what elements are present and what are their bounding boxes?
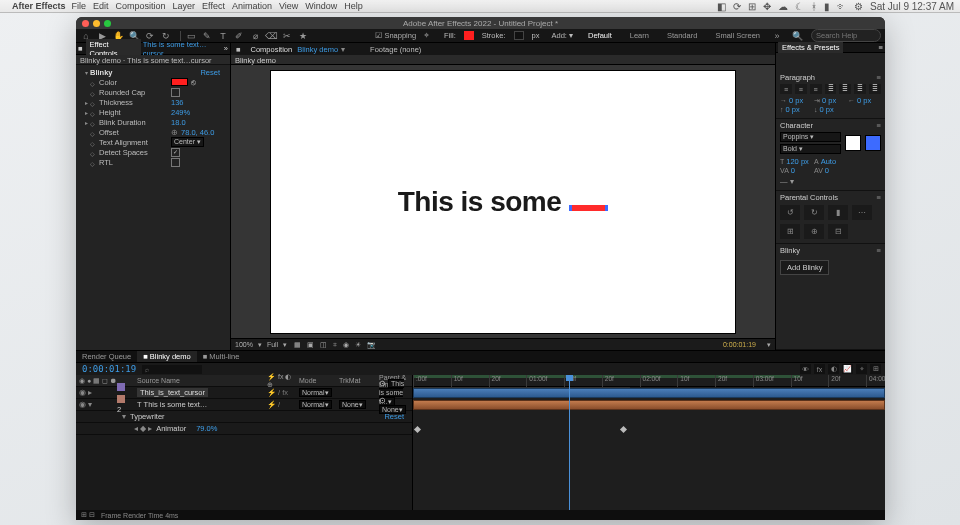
justify-center-icon[interactable]: ≣ <box>839 84 851 94</box>
panel-menu-icon[interactable]: ≡ <box>877 246 881 255</box>
justify-right-icon[interactable]: ≣ <box>854 84 866 94</box>
menu-effect[interactable]: Effect <box>202 1 225 11</box>
tl-btn-mb-icon[interactable]: ◐ <box>828 364 839 374</box>
snapshot-icon[interactable]: 📷 <box>367 341 376 348</box>
zoom-icon[interactable] <box>104 20 111 27</box>
prop-thickness-value[interactable]: 136 <box>171 98 228 107</box>
brush-tool-icon[interactable]: ✐ <box>233 30 245 42</box>
justify-left-icon[interactable]: ≣ <box>825 84 837 94</box>
pc-btn-1[interactable]: ↺ <box>780 205 800 220</box>
char-fill-swatch[interactable] <box>845 135 861 151</box>
menu-window[interactable]: Window <box>305 1 337 11</box>
indent-first-field[interactable]: ⇥0 px <box>814 96 845 105</box>
tl-btn-snap-icon[interactable]: ⌖ <box>856 364 867 374</box>
window-traffic-lights[interactable] <box>82 20 111 27</box>
panel-menu-icon[interactable]: ≡ <box>879 43 883 52</box>
char-stroke-swatch[interactable] <box>865 135 881 151</box>
col-source-name[interactable]: Source Name <box>134 377 264 384</box>
indent-right-field[interactable]: ←0 px <box>848 96 879 105</box>
disclosure-icon[interactable]: ▸ <box>82 119 90 126</box>
footage-tab[interactable]: Footage (none) <box>365 44 426 55</box>
zoom-dropdown-icon[interactable]: ▾ <box>258 341 262 349</box>
crosshair-icon[interactable]: ⊕ <box>171 128 178 137</box>
stopwatch-icon[interactable] <box>90 109 97 116</box>
snapping-checkbox[interactable]: Snapping <box>375 31 416 40</box>
effect-name[interactable]: Blinky <box>90 68 113 77</box>
timeline-track-area[interactable] <box>413 387 885 510</box>
col-trkmat[interactable]: TrkMat <box>336 377 376 384</box>
minimize-icon[interactable] <box>93 20 100 27</box>
stopwatch-icon[interactable] <box>90 89 97 96</box>
panel-menu-icon[interactable]: ≡ <box>877 121 881 130</box>
animator-prop-name[interactable]: Animator <box>156 424 186 433</box>
stopwatch-icon[interactable] <box>90 129 97 136</box>
prop-height-value[interactable]: 249% <box>171 108 228 117</box>
menu-file[interactable]: File <box>72 1 87 11</box>
layer-bar[interactable] <box>413 388 885 398</box>
layer-name[interactable]: This is some text… <box>144 400 208 409</box>
fx-disclosure-icon[interactable]: ▾ <box>82 69 90 76</box>
leading-field[interactable]: AAuto <box>814 157 845 166</box>
justify-all-icon[interactable]: ≣ <box>869 84 881 94</box>
composition-viewport[interactable]: This is some <box>231 65 775 338</box>
view-dropdown-icon[interactable]: ▾ <box>767 341 771 349</box>
effect-reset[interactable]: Reset <box>200 68 220 77</box>
layer-name[interactable]: This_is_text_cursor <box>137 388 208 397</box>
stopwatch-icon[interactable] <box>90 119 97 126</box>
search-icon[interactable]: 🔍 <box>791 30 803 42</box>
time-ruler[interactable]: :00f 10f 20f 01:00f 10f 20f 02:00f 10f 2… <box>413 375 885 387</box>
add-dropdown[interactable]: Add: ▾ <box>547 30 577 41</box>
comp-dropdown-icon[interactable]: ▾ <box>341 45 345 54</box>
pc-btn-2[interactable]: ↻ <box>804 205 824 220</box>
char-more-icon[interactable]: — ▾ <box>780 177 881 186</box>
font-family-select[interactable]: Poppins ▾ <box>780 132 841 142</box>
effect-controls-tab-icon[interactable]: ■ <box>78 44 83 53</box>
fill-swatch[interactable] <box>464 31 474 40</box>
menu-edit[interactable]: Edit <box>93 1 109 11</box>
layer-color-chip[interactable] <box>117 383 125 391</box>
tl-btn-shy-icon[interactable]: 👁 <box>800 364 811 374</box>
pc-btn-5[interactable]: ⊞ <box>780 224 800 239</box>
pc-btn-6[interactable]: ⊕ <box>804 224 824 239</box>
composition-name-link[interactable]: Blinky demo <box>297 45 338 54</box>
panel-menu-icon[interactable]: » <box>224 44 228 53</box>
pc-btn-7[interactable]: ⊟ <box>828 224 848 239</box>
pickwhip-icon[interactable]: ⊙ <box>379 396 386 405</box>
tab-blinky-demo[interactable]: ■ Blinky demo <box>137 351 196 362</box>
composition-tab[interactable]: Composition <box>246 44 298 55</box>
stopwatch-icon[interactable] <box>90 149 97 156</box>
animator-prop-value[interactable]: 79.0% <box>196 424 412 433</box>
keyframe-icon[interactable] <box>414 426 421 433</box>
clone-tool-icon[interactable]: ⌀ <box>249 30 261 42</box>
channel-icon[interactable]: ◉ <box>343 341 349 348</box>
panel-menu-icon[interactable]: ≡ <box>877 193 881 202</box>
menu-layer[interactable]: Layer <box>173 1 196 11</box>
composition-tab-icon[interactable]: ■ <box>231 44 246 55</box>
menu-composition[interactable]: Composition <box>116 1 166 11</box>
close-icon[interactable] <box>82 20 89 27</box>
stopwatch-icon[interactable] <box>90 99 97 106</box>
control-center-icon[interactable]: ⚙ <box>854 1 863 12</box>
viewer-timecode[interactable]: 0:00:01:19 <box>723 341 756 348</box>
timeline-layer-row[interactable]: ◉ ▾ 2 T This is some text… ⚡ / Normal▾ N… <box>76 399 412 411</box>
font-size-field[interactable]: T120 px <box>780 157 811 166</box>
tracking-field[interactable]: AV0 <box>814 166 845 175</box>
space-before-field[interactable]: ↑0 px <box>780 105 811 114</box>
add-blinky-button[interactable]: Add Blinky <box>780 260 829 275</box>
cti-line[interactable] <box>569 387 570 510</box>
menubar-app-name[interactable]: After Effects <box>12 1 66 11</box>
puppet-tool-icon[interactable]: ★ <box>297 30 309 42</box>
toggle-switches-icon[interactable]: ⊞ ⊟ <box>81 511 95 519</box>
indent-left-field[interactable]: →0 px <box>780 96 811 105</box>
workspace-default[interactable]: Default <box>581 30 619 41</box>
prop-rounded-checkbox[interactable] <box>171 88 180 97</box>
panel-menu-icon[interactable]: ≡ <box>877 73 881 82</box>
stroke-swatch[interactable] <box>514 31 524 40</box>
composition-subtab[interactable]: Blinky demo <box>231 55 775 65</box>
stopwatch-icon[interactable] <box>90 79 97 86</box>
prop-color-swatch[interactable] <box>171 78 188 86</box>
prop-offset-value[interactable]: 78.0, 46.0 <box>181 128 228 137</box>
disclosure-icon[interactable]: ▸ <box>82 109 90 116</box>
grid-icon[interactable]: ▦ <box>294 341 301 348</box>
pc-btn-3[interactable]: ▮ <box>828 205 848 220</box>
